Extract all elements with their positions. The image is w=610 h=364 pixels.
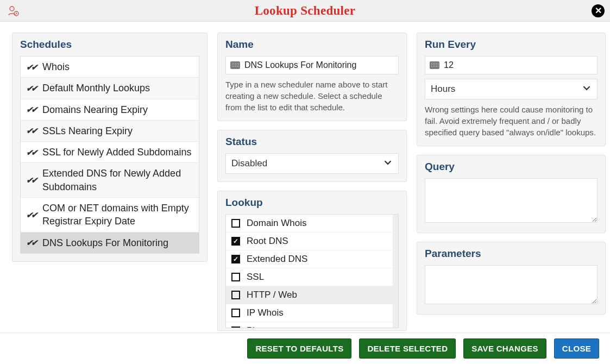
name-helper: Type in a new scheduler name above to st… xyxy=(225,79,399,113)
schedule-item-label: DNS Lookups For Monitoring xyxy=(42,236,168,249)
checkbox[interactable] xyxy=(231,309,240,317)
lookup-heading: Lookup xyxy=(225,197,399,209)
schedule-item-label: Extended DNS for Newly Added Subdomains xyxy=(42,167,193,193)
name-field[interactable] xyxy=(225,56,399,74)
run-every-helper: Wrong settings here could cause monitori… xyxy=(425,104,598,138)
run-every-input[interactable] xyxy=(444,57,593,74)
status-panel: Status Disabled xyxy=(217,130,407,182)
double-check-icon: ✔✔ xyxy=(26,209,37,221)
lookup-item[interactable]: HTTP / Web xyxy=(226,286,398,304)
status-value: Disabled xyxy=(231,158,267,169)
double-check-icon: ✔✔ xyxy=(26,174,37,186)
schedules-list[interactable]: ✔✔Whois✔✔Default Monthly Lookups✔✔Domain… xyxy=(20,56,199,254)
checkbox[interactable] xyxy=(231,255,240,263)
lookup-item-label: IP Whois xyxy=(247,307,284,318)
lookup-panel: Lookup Domain WhoisRoot DNSExtended DNSS… xyxy=(217,191,407,331)
keyboard-icon xyxy=(230,61,240,69)
schedule-item-label: COM or NET domains with Empty Registrar … xyxy=(42,202,193,228)
delete-selected-button[interactable]: DELETE SELECTED xyxy=(359,338,456,359)
keyboard-icon xyxy=(430,61,439,69)
lookup-item-label: SSL xyxy=(247,272,264,283)
name-panel: Name Type in a new scheduler name above … xyxy=(217,33,407,121)
query-panel: Query xyxy=(417,155,606,233)
svg-point-0 xyxy=(10,7,14,11)
checkbox[interactable] xyxy=(231,291,240,299)
dialog-title: Lookup Scheduler xyxy=(255,4,356,18)
lookup-item-label: Root DNS xyxy=(247,236,288,247)
checkbox[interactable] xyxy=(231,219,240,228)
lookup-item[interactable]: Extended DNS xyxy=(226,250,398,268)
save-changes-button[interactable]: SAVE CHANGES xyxy=(463,338,546,359)
schedule-item[interactable]: ✔✔DNS Lookups For Monitoring xyxy=(21,233,199,253)
lookup-item-label: Ping xyxy=(247,325,265,328)
query-heading: Query xyxy=(425,161,598,173)
lookup-item-label: HTTP / Web xyxy=(247,290,297,300)
close-icon: ✕ xyxy=(595,5,602,16)
double-check-icon: ✔✔ xyxy=(26,104,37,115)
run-every-panel: Run Every Hours Wrong settings here coul… xyxy=(417,33,606,146)
status-heading: Status xyxy=(225,136,399,148)
double-check-icon: ✔✔ xyxy=(26,83,37,94)
schedules-heading: Schedules xyxy=(20,39,199,51)
left-column: Schedules ✔✔Whois✔✔Default Monthly Looku… xyxy=(12,33,207,340)
middle-column: Name Type in a new scheduler name above … xyxy=(217,33,407,340)
lookup-item[interactable]: SSL xyxy=(226,268,398,286)
double-check-icon: ✔✔ xyxy=(26,125,37,136)
lookup-item[interactable]: Ping xyxy=(226,322,398,328)
schedule-item[interactable]: ✔✔SSLs Nearing Expiry xyxy=(21,121,199,142)
chevron-down-icon xyxy=(384,158,392,169)
app-icon xyxy=(7,4,20,17)
double-check-icon: ✔✔ xyxy=(26,147,37,158)
lookup-list[interactable]: Domain WhoisRoot DNSExtended DNSSSLHTTP … xyxy=(225,214,399,328)
lookup-item[interactable]: IP Whois xyxy=(226,304,398,322)
schedule-item-label: SSL for Newly Added Subdomains xyxy=(42,146,192,159)
right-column: Run Every Hours Wrong settings here coul… xyxy=(417,33,606,340)
schedule-item[interactable]: ✔✔Domains Nearing Expiry xyxy=(21,99,199,121)
lookup-item-label: Domain Whois xyxy=(247,218,307,229)
run-every-field[interactable] xyxy=(425,56,598,74)
lookup-scrollbar[interactable] xyxy=(393,215,398,328)
schedule-item-label: SSLs Nearing Expiry xyxy=(42,124,133,137)
lookup-item-label: Extended DNS xyxy=(247,254,307,265)
schedules-panel: Schedules ✔✔Whois✔✔Default Monthly Looku… xyxy=(12,33,207,262)
query-textarea[interactable] xyxy=(425,178,598,223)
run-every-unit-value: Hours xyxy=(431,84,455,95)
schedule-item[interactable]: ✔✔SSL for Newly Added Subdomains xyxy=(21,142,199,163)
lookup-item[interactable]: Domain Whois xyxy=(226,215,398,233)
run-every-heading: Run Every xyxy=(425,39,598,51)
schedule-item-label: Domains Nearing Expiry xyxy=(42,103,148,116)
parameters-panel: Parameters xyxy=(417,242,606,315)
checkbox[interactable] xyxy=(231,327,240,328)
name-input[interactable] xyxy=(244,57,394,74)
name-heading: Name xyxy=(225,39,399,51)
schedule-item[interactable]: ✔✔Default Monthly Lookups xyxy=(21,78,199,99)
dialog-header: Lookup Scheduler ✕ xyxy=(0,0,610,22)
double-check-icon: ✔✔ xyxy=(26,237,37,248)
schedule-item[interactable]: ✔✔Extended DNS for Newly Added Subdomain… xyxy=(21,163,199,198)
reset-to-defaults-button[interactable]: RESET TO DEFAULTS xyxy=(247,338,351,359)
close-button[interactable]: ✕ xyxy=(592,4,605,17)
checkbox[interactable] xyxy=(231,273,240,281)
checkbox[interactable] xyxy=(231,237,240,246)
lookup-item[interactable]: Root DNS xyxy=(226,233,398,250)
chevron-down-icon xyxy=(583,84,590,95)
double-check-icon: ✔✔ xyxy=(26,61,37,73)
close-footer-button[interactable]: CLOSE xyxy=(554,338,599,359)
parameters-textarea[interactable] xyxy=(425,265,598,304)
content-grid: Schedules ✔✔Whois✔✔Default Monthly Looku… xyxy=(0,22,610,350)
schedule-item-label: Whois xyxy=(42,60,70,73)
status-select[interactable]: Disabled xyxy=(225,153,399,174)
schedule-item[interactable]: ✔✔Whois xyxy=(21,57,199,78)
dialog-footer: RESET TO DEFAULTS DELETE SELECTED SAVE C… xyxy=(0,332,610,364)
run-every-unit-select[interactable]: Hours xyxy=(425,79,598,99)
schedule-item[interactable]: ✔✔COM or NET domains with Empty Registra… xyxy=(21,198,199,233)
schedule-item-label: Default Monthly Lookups xyxy=(42,81,150,95)
parameters-heading: Parameters xyxy=(425,248,598,260)
